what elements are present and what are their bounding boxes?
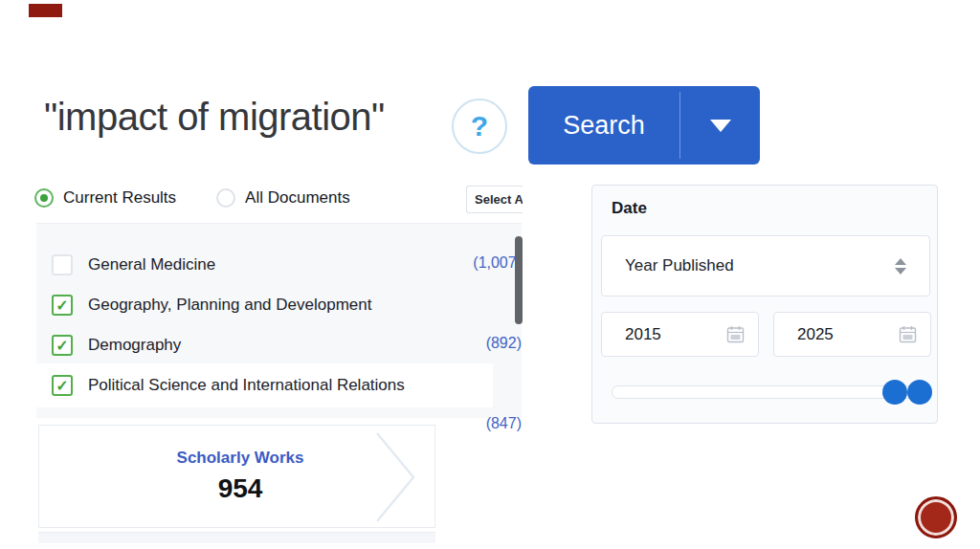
checkbox-checked-icon[interactable]: ✓	[52, 295, 73, 316]
date-type-value: Year Published	[625, 256, 895, 275]
facet-row-general-medicine[interactable]: ✓ General Medicine (1,007)	[36, 245, 522, 285]
facet-label: Political Science and International Rela…	[88, 376, 405, 395]
checkbox-checked-icon[interactable]: ✓	[52, 335, 73, 356]
radio-all-documents-label[interactable]: All Documents	[245, 188, 350, 208]
next-card-edge	[38, 532, 435, 543]
date-range-slider-track[interactable]	[612, 385, 927, 399]
sorter-icon	[895, 258, 906, 274]
search-button[interactable]: Search	[528, 86, 679, 165]
chevron-right-icon	[371, 429, 421, 525]
facet-row-demography[interactable]: ✓ Demography (847)	[36, 325, 522, 365]
results-text-block: Scholarly Works 954	[68, 449, 412, 504]
select-all-button[interactable]: Select A	[466, 186, 523, 213]
scholarly-works-card[interactable]: Scholarly Works 954	[38, 425, 435, 528]
scrollbar-thumb[interactable]	[515, 236, 523, 324]
radio-current-results-label[interactable]: Current Results	[63, 188, 176, 208]
date-filter-card: Date Year Published 2015 2025	[591, 185, 938, 424]
slider-handle-min[interactable]	[882, 380, 907, 405]
calendar-icon[interactable]	[726, 325, 745, 343]
date-type-select[interactable]: Year Published	[601, 235, 930, 296]
checkbox-checked-icon[interactable]: ✓	[52, 375, 73, 396]
facet-count: (1,007)	[445, 254, 522, 272]
search-split-button[interactable]: Search	[528, 86, 760, 165]
slider-handle-max[interactable]	[907, 380, 932, 405]
date-from-input[interactable]: 2015	[601, 312, 759, 357]
calendar-icon[interactable]	[899, 325, 917, 343]
facet-label: Demography	[88, 336, 181, 355]
record-button[interactable]	[915, 496, 957, 538]
facet-count: (847)	[445, 415, 522, 432]
radio-all-documents[interactable]	[216, 188, 235, 208]
facet-row-political-science[interactable]: ✓ Political Science and International Re…	[36, 363, 493, 407]
caret-down-icon	[710, 120, 731, 132]
slide-canvas: "impact of migration" ? Search Current R…	[0, 0, 980, 549]
radio-current-results[interactable]	[34, 188, 54, 208]
slide-accent-bar	[29, 4, 62, 17]
date-from-value: 2015	[625, 325, 726, 344]
search-dropdown-button[interactable]	[680, 86, 760, 165]
checkbox-unchecked-icon[interactable]: ✓	[52, 254, 73, 275]
date-to-value: 2025	[797, 325, 899, 344]
help-button[interactable]: ?	[452, 99, 507, 154]
facet-label: General Medicine	[88, 255, 215, 274]
results-count: 954	[68, 473, 412, 504]
results-title: Scholarly Works	[68, 449, 412, 468]
scope-radio-group: Current Results All Documents	[34, 187, 350, 209]
facet-label: Geography, Planning and Development	[88, 296, 371, 315]
subject-facet-panel: ✓ General Medicine (1,007) ✓ Geography, …	[36, 223, 522, 418]
date-to-input[interactable]: 2025	[773, 312, 931, 357]
facet-row-geography[interactable]: ✓ Geography, Planning and Development (8…	[36, 285, 522, 325]
search-query-text[interactable]: "impact of migration"	[44, 96, 446, 139]
date-panel-title: Date	[612, 199, 647, 218]
question-mark-icon: ?	[471, 110, 488, 143]
